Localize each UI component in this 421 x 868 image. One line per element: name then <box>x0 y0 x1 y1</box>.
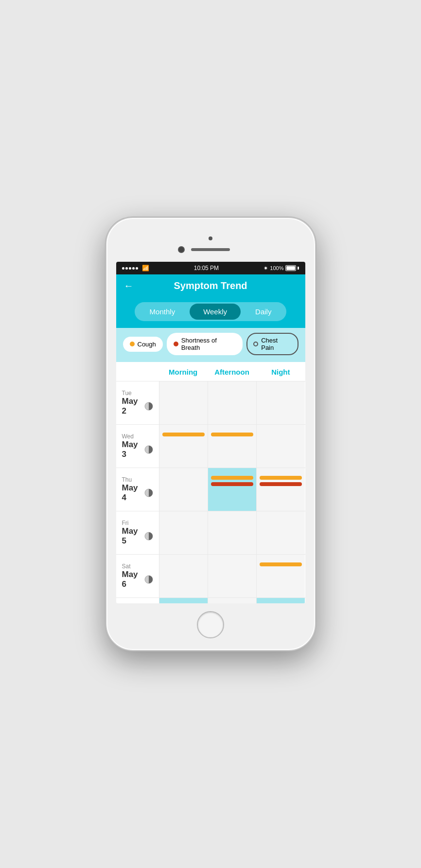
symptom-bars-overlay <box>211 473 253 486</box>
symptom-bar-orange <box>211 476 253 480</box>
day-cell <box>256 555 305 597</box>
day-cell <box>208 381 256 424</box>
day-cell <box>208 468 256 511</box>
day-label: SunMay 7 <box>116 598 159 603</box>
signal-dot <box>125 267 128 270</box>
day-cell <box>256 511 305 554</box>
day-label: WedMay 3 <box>116 425 159 468</box>
status-bar: 📶 10:05 PM ✷ 100% <box>116 262 305 274</box>
half-circle-icon <box>144 532 153 541</box>
tab-monthly[interactable]: Monthly <box>136 304 189 320</box>
day-date: May 6 <box>122 570 153 589</box>
sob-label: Shortness of Breath <box>181 337 236 351</box>
table-row: TueMay 2 <box>116 381 305 424</box>
chest-pain-background <box>257 598 305 603</box>
tab-daily[interactable]: Daily <box>242 304 285 320</box>
screen: 📶 10:05 PM ✷ 100% ← Symptom Trend <box>116 262 305 603</box>
battery-icon <box>285 265 299 271</box>
battery-tip <box>298 267 299 270</box>
signal-dot <box>122 267 124 270</box>
bluetooth-icon: ✷ <box>263 265 268 271</box>
day-date: May 5 <box>122 526 153 546</box>
signal-strength <box>122 267 138 270</box>
symptom-filters: Cough Shortness of Breath Chest Pain <box>116 328 305 362</box>
symptom-bars-overlay <box>162 430 205 436</box>
symptom-bar-orange <box>260 476 302 480</box>
signal-dot <box>129 267 131 270</box>
day-cell <box>159 511 208 554</box>
signal-dot <box>136 267 138 270</box>
sob-dot <box>174 342 178 346</box>
table-row: ThuMay 4 <box>116 468 305 511</box>
signal-dot <box>132 267 135 270</box>
table-row: SatMay 6 <box>116 554 305 597</box>
day-cell <box>256 425 305 468</box>
day-name: Tue <box>122 390 153 397</box>
day-label: SatMay 6 <box>116 555 159 597</box>
day-label: FriMay 5 <box>116 511 159 554</box>
day-name: Sat <box>122 563 153 570</box>
cough-label: Cough <box>138 341 156 348</box>
symptom-bar-orange <box>162 433 205 436</box>
phone-shell: 📶 10:05 PM ✷ 100% ← Symptom Trend <box>105 217 316 651</box>
symptom-sob-filter[interactable]: Shortness of Breath <box>167 333 243 355</box>
symptom-bars-overlay <box>162 603 205 603</box>
volume-up-button[interactable] <box>105 306 106 323</box>
symptom-chest-filter[interactable]: Chest Pain <box>246 333 298 355</box>
day-cell <box>208 555 256 597</box>
home-button[interactable] <box>197 611 224 638</box>
day-cell <box>256 598 305 603</box>
col-header-morning: Morning <box>159 368 208 376</box>
speaker-bar <box>191 248 230 251</box>
front-camera <box>178 246 185 253</box>
day-label: TueMay 2 <box>116 381 159 424</box>
day-cell <box>159 425 208 468</box>
half-circle-icon <box>144 445 153 454</box>
status-right: ✷ 100% <box>263 265 299 271</box>
symptom-bar-orange <box>260 562 302 566</box>
power-button[interactable] <box>315 315 316 340</box>
app-header: ← Symptom Trend <box>116 274 305 297</box>
day-cell <box>159 468 208 511</box>
page-title: Symptom Trend <box>174 280 247 291</box>
tab-weekly[interactable]: Weekly <box>190 304 241 320</box>
day-cell <box>256 468 305 511</box>
status-left: 📶 <box>122 265 149 271</box>
symptom-bar-red <box>211 482 253 486</box>
day-cell <box>159 555 208 597</box>
symptom-bar-orange <box>211 433 253 436</box>
day-cell <box>208 425 256 468</box>
day-name: Thu <box>122 476 153 483</box>
day-date: May 2 <box>122 397 153 416</box>
tab-container: Monthly Weekly Daily <box>135 302 287 321</box>
table-row: FriMay 5 <box>116 511 305 554</box>
day-label: ThuMay 4 <box>116 468 159 511</box>
day-name: Fri <box>122 520 153 526</box>
table-row: WedMay 3 <box>116 424 305 468</box>
half-circle-icon <box>144 402 153 411</box>
half-circle-icon <box>144 488 153 497</box>
day-cell <box>208 598 256 603</box>
col-header-night: Night <box>256 368 305 376</box>
status-time: 10:05 PM <box>194 265 219 271</box>
battery-body <box>285 265 296 271</box>
day-cell <box>159 381 208 424</box>
chest-label: Chest Pain <box>261 337 291 351</box>
day-cell <box>208 511 256 554</box>
col-header-afternoon: Afternoon <box>208 368 256 376</box>
volume-down-button[interactable] <box>105 330 106 347</box>
cough-dot <box>130 342 135 346</box>
rows-container: TueMay 2 WedMay 3 ThuMay 4 FriMay 5 SatM… <box>116 381 305 603</box>
symptom-bars-overlay <box>211 430 253 436</box>
wifi-icon: 📶 <box>142 265 149 271</box>
day-date: May 3 <box>122 440 153 459</box>
day-name: Wed <box>122 433 153 440</box>
symptom-bars-overlay <box>260 560 302 566</box>
main-content: Morning Afternoon Night TueMay 2 WedMay … <box>116 362 305 603</box>
day-cell <box>256 381 305 424</box>
chest-dot <box>253 342 258 346</box>
symptom-cough-filter[interactable]: Cough <box>123 337 163 352</box>
battery-percent: 100% <box>270 265 283 271</box>
tab-bar: Monthly Weekly Daily <box>116 297 305 328</box>
back-button[interactable]: ← <box>124 280 134 291</box>
